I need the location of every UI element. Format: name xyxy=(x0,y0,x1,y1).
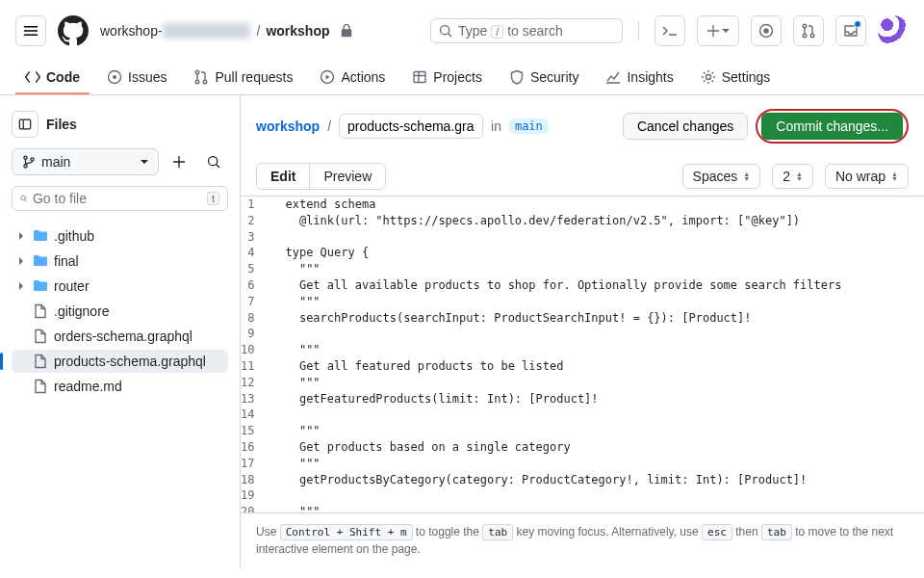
nav-code[interactable]: Code xyxy=(15,62,90,94)
nav-projects[interactable]: Projects xyxy=(402,62,492,94)
code-line[interactable]: """ xyxy=(270,261,924,277)
tree-item[interactable]: orders-schema.graphql xyxy=(12,325,228,348)
code-line[interactable]: getProductsByCategory(category: ProductC… xyxy=(270,472,924,488)
code-line[interactable] xyxy=(270,229,924,246)
branch-badge: main xyxy=(509,118,549,134)
updown-icon: ▲▼ xyxy=(743,171,750,181)
search-icon xyxy=(439,24,452,38)
code-line[interactable]: """ xyxy=(270,423,924,439)
svg-point-1 xyxy=(764,29,768,33)
file-icon xyxy=(33,303,48,319)
code-line[interactable]: """ xyxy=(270,456,924,472)
file-icon xyxy=(33,354,48,369)
issues-icon xyxy=(758,23,774,39)
code-line[interactable]: getFeaturedProducts(limit: Int): [Produc… xyxy=(270,391,924,407)
in-label: in xyxy=(491,118,501,134)
svg-point-8 xyxy=(196,80,200,84)
hamburger-button[interactable] xyxy=(15,15,46,46)
tree-item[interactable]: router xyxy=(12,275,228,298)
code-editor[interactable]: 1extend schema2 @link(url: "https://spec… xyxy=(241,196,924,512)
pull-requests-button[interactable] xyxy=(793,15,824,46)
editor-tabs: Edit Preview xyxy=(256,163,386,190)
issues-button[interactable] xyxy=(751,15,782,46)
owner-link[interactable]: workshop-xxxxxxxx xxxx xyxy=(100,23,250,39)
tree-item[interactable]: .github xyxy=(12,224,228,248)
file-filter-input[interactable] xyxy=(33,191,201,206)
svg-point-12 xyxy=(706,75,710,80)
line-number: 20 xyxy=(241,504,270,512)
plus-icon xyxy=(172,155,186,169)
code-line[interactable]: type Query { xyxy=(270,245,924,261)
nav-security[interactable]: Security xyxy=(500,62,589,94)
tree-item-label: router xyxy=(54,278,90,294)
code-line[interactable]: Get products based on a single category xyxy=(270,439,924,456)
tree-item[interactable]: products-schema.graphql xyxy=(12,350,228,373)
code-line[interactable]: """ xyxy=(270,342,924,358)
code-line[interactable]: Get all featured products to be listed xyxy=(270,358,924,375)
content-header: workshop / in main Cancel changes Commit… xyxy=(241,95,924,157)
hamburger-icon xyxy=(23,23,38,39)
command-palette-button[interactable] xyxy=(654,15,685,46)
chevron-right-icon xyxy=(15,282,27,290)
commit-changes-button[interactable]: Commit changes... xyxy=(761,113,903,140)
filename-input[interactable] xyxy=(339,114,483,139)
repo-link[interactable]: workshop xyxy=(266,23,329,39)
cancel-changes-button[interactable]: Cancel changes xyxy=(623,113,748,140)
code-line[interactable]: searchProducts(searchInput: ProductSearc… xyxy=(270,310,924,327)
line-number: 7 xyxy=(241,294,270,310)
code-line[interactable]: """ xyxy=(270,504,924,512)
folder-icon xyxy=(33,278,48,294)
sidebar-title: Files xyxy=(46,117,77,132)
nav-pull-requests[interactable]: Pull requests xyxy=(184,62,302,94)
nav-settings[interactable]: Settings xyxy=(691,62,781,94)
user-avatar[interactable] xyxy=(878,15,909,46)
code-icon xyxy=(25,69,40,85)
nav-issues[interactable]: Issues xyxy=(97,62,176,94)
indent-size-select[interactable]: 2 ▲▼ xyxy=(772,164,813,189)
add-file-button[interactable] xyxy=(165,147,193,176)
keyboard-hint: Use Control + Shift + m to toggle the ta… xyxy=(241,512,924,568)
line-number: 4 xyxy=(241,245,270,261)
pr-icon xyxy=(193,69,209,85)
tab-edit[interactable]: Edit xyxy=(257,164,310,189)
line-number: 10 xyxy=(241,342,270,358)
search-files-button[interactable] xyxy=(199,147,228,176)
updown-icon: ▲▼ xyxy=(796,171,803,181)
breadcrumb-repo-link[interactable]: workshop xyxy=(256,118,320,134)
code-line[interactable]: Get all available products to shop for. … xyxy=(270,277,924,294)
line-number: 16 xyxy=(241,439,270,456)
editor-content: workshop / in main Cancel changes Commit… xyxy=(241,95,924,567)
code-line[interactable]: extend schema xyxy=(270,197,924,213)
line-number: 14 xyxy=(241,407,270,423)
file-filter[interactable]: t xyxy=(12,186,228,211)
sidebar-collapse-button[interactable] xyxy=(12,111,38,138)
nav-insights[interactable]: Insights xyxy=(596,62,682,94)
folder-icon xyxy=(33,253,48,269)
file-filter-kbd: t xyxy=(207,192,219,205)
nav-actions[interactable]: Actions xyxy=(310,62,395,94)
code-line[interactable] xyxy=(270,326,924,342)
graph-icon xyxy=(605,69,621,85)
tree-item[interactable]: .gitignore xyxy=(12,300,228,323)
top-header: workshop-xxxxxxxx xxxx / workshop Type /… xyxy=(0,0,924,62)
indent-mode-select[interactable]: Spaces ▲▼ xyxy=(682,164,761,189)
wrap-mode-select[interactable]: No wrap ▲▼ xyxy=(825,164,909,189)
inbox-button[interactable] xyxy=(835,15,866,46)
updown-icon: ▲▼ xyxy=(891,171,898,181)
code-line[interactable]: """ xyxy=(270,294,924,310)
tree-item[interactable]: readme.md xyxy=(12,375,228,398)
chevron-right-icon xyxy=(15,232,27,240)
play-icon xyxy=(320,69,335,85)
code-line[interactable]: """ xyxy=(270,375,924,391)
tab-preview[interactable]: Preview xyxy=(310,164,385,189)
code-line[interactable] xyxy=(270,487,924,504)
line-number: 18 xyxy=(241,472,270,488)
tree-item[interactable]: final xyxy=(12,250,228,273)
editor-toolbar: Edit Preview Spaces ▲▼ 2 ▲▼ No wrap ▲▼ xyxy=(241,157,924,196)
global-search[interactable]: Type / to search xyxy=(430,18,623,43)
code-line[interactable]: @link(url: "https://specs.apollo.dev/fed… xyxy=(270,213,924,229)
branch-select[interactable]: main xyxy=(12,148,159,175)
github-logo-icon[interactable] xyxy=(58,15,89,46)
create-new-button[interactable] xyxy=(697,15,739,46)
code-line[interactable] xyxy=(270,407,924,423)
